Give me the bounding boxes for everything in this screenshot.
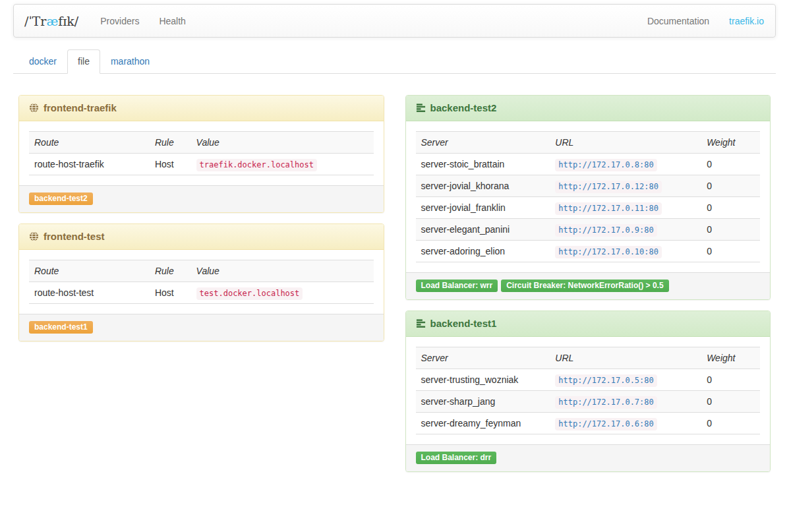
frontend-panel-header: frontend-traefik: [19, 96, 384, 121]
backends-column: backend-test2 Server URL Weight server: [405, 95, 771, 483]
panel-title: backend-test2: [430, 102, 497, 113]
server-row: server-sharp_jang http://172.17.0.7:80 0: [416, 391, 761, 413]
brand-text-post: fɪk/: [58, 14, 78, 28]
server-url-link[interactable]: http://172.17.0.10:80: [558, 247, 658, 256]
nav-item-traefik-io[interactable]: traefik.io: [719, 5, 774, 37]
server-url-link[interactable]: http://172.17.0.12:80: [558, 182, 658, 191]
column-header-url: URL: [550, 132, 701, 154]
rule-value-code: traefik.docker.localhost: [196, 159, 317, 171]
route-name-cell: route-host-test: [29, 282, 150, 304]
route-row: route-host-traefik Host traefik.docker.l…: [29, 154, 374, 175]
server-name-cell: server-jovial_khorana: [416, 175, 550, 197]
weight-cell: 0: [701, 391, 760, 413]
frontend-panel-body: Route Rule Value route-host-traefik Host…: [19, 121, 384, 185]
server-url-link[interactable]: http://172.17.0.6:80: [558, 419, 654, 429]
route-name-cell: route-host-traefik: [29, 154, 150, 175]
column-header-server: Server: [416, 347, 550, 369]
routes-table-header-row: Route Rule Value: [29, 260, 374, 282]
backend-panel-body: Server URL Weight server-trusting_woznia…: [406, 337, 771, 444]
server-name-cell: server-trusting_wozniak: [416, 369, 550, 391]
server-name-cell: server-sharp_jang: [416, 391, 550, 413]
frontend-panel-test: frontend-test Route Rule Value route-h: [18, 223, 384, 341]
servers-table-header-row: Server URL Weight: [416, 347, 761, 369]
server-row: server-trusting_wozniak http://172.17.0.…: [416, 369, 761, 391]
server-url-code: http://172.17.0.6:80: [555, 418, 657, 430]
column-header-rule: Rule: [150, 260, 191, 282]
rule-value-code: test.docker.localhost: [196, 287, 303, 300]
server-row: server-stoic_brattain http://172.17.0.8:…: [416, 154, 761, 175]
server-url-link[interactable]: http://172.17.0.5:80: [558, 376, 654, 385]
value-cell: traefik.docker.localhost: [191, 154, 374, 175]
server-row: server-dreamy_feynman http://172.17.0.6:…: [416, 413, 761, 434]
tab-marathon[interactable]: marathon: [100, 49, 160, 74]
backend-panel-body: Server URL Weight server-stoic_brattain …: [406, 121, 771, 272]
frontend-panel-header: frontend-test: [19, 224, 384, 250]
brand-text-ae: æ: [46, 14, 58, 28]
nav-item-providers[interactable]: Providers: [90, 5, 149, 37]
nav-item-documentation[interactable]: Documentation: [637, 5, 719, 37]
column-header-route: Route: [29, 132, 150, 154]
navbar-right-links: Documentation traefik.io: [637, 5, 775, 37]
weight-cell: 0: [701, 241, 760, 262]
servers-table: Server URL Weight server-stoic_brattain …: [416, 131, 761, 262]
navbar-left-links: Providers Health: [90, 5, 196, 37]
globe-icon: [29, 231, 39, 241]
navbar: /ˈTræfɪk/ Providers Health Documentation…: [13, 4, 776, 38]
main-content: frontend-traefik Route Rule Value rout: [18, 95, 771, 483]
frontends-column: frontend-traefik Route Rule Value rout: [18, 95, 384, 352]
column-header-server: Server: [416, 132, 550, 154]
server-url-link[interactable]: http://172.17.0.8:80: [558, 160, 654, 169]
panel-title: frontend-test: [44, 231, 105, 242]
column-header-route: Route: [29, 260, 150, 282]
server-url-cell: http://172.17.0.5:80: [550, 369, 701, 391]
backend-panel-test2: backend-test2 Server URL Weight server: [405, 95, 771, 300]
frontend-panel-traefik: frontend-traefik Route Rule Value rout: [18, 95, 384, 213]
frontend-panel-footer: backend-test2: [19, 185, 384, 212]
routes-table: Route Rule Value route-host-test Host te…: [29, 260, 374, 304]
server-name-cell: server-dreamy_feynman: [416, 413, 550, 434]
server-url-cell: http://172.17.0.7:80: [550, 391, 701, 413]
server-url-code: http://172.17.0.12:80: [555, 181, 662, 193]
backend-panel-header: backend-test1: [406, 311, 771, 337]
rule-cell: Host: [150, 282, 191, 304]
server-url-code: http://172.17.0.10:80: [555, 246, 662, 258]
server-row: server-elegant_panini http://172.17.0.9:…: [416, 219, 761, 241]
server-url-link[interactable]: http://172.17.0.7:80: [558, 398, 654, 407]
weight-cell: 0: [701, 197, 760, 219]
weight-cell: 0: [701, 413, 760, 434]
tab-file[interactable]: file: [67, 49, 100, 74]
provider-tabs: docker file marathon: [13, 49, 776, 74]
frontend-panel-body: Route Rule Value route-host-test Host te…: [19, 250, 384, 314]
load-balancer-badge: Load Balancer: wrr: [416, 280, 498, 292]
server-url-cell: http://172.17.0.9:80: [550, 219, 701, 241]
server-url-cell: http://172.17.0.6:80: [550, 413, 701, 434]
server-name-cell: server-adoring_elion: [416, 241, 550, 262]
server-url-cell: http://172.17.0.12:80: [550, 175, 701, 197]
weight-cell: 0: [701, 219, 760, 241]
circuit-breaker-badge: Circuit Breaker: NetworkErrorRatio() > 0…: [501, 280, 668, 292]
value-cell: test.docker.localhost: [191, 282, 374, 304]
servers-table-header-row: Server URL Weight: [416, 132, 761, 154]
servers-table: Server URL Weight server-trusting_woznia…: [416, 347, 761, 434]
tab-docker[interactable]: docker: [18, 49, 67, 74]
server-row: server-adoring_elion http://172.17.0.10:…: [416, 241, 761, 262]
server-url-cell: http://172.17.0.10:80: [550, 241, 701, 262]
server-url-link[interactable]: http://172.17.0.9:80: [558, 225, 654, 235]
rule-cell: Host: [150, 154, 191, 175]
server-url-code: http://172.17.0.11:80: [555, 202, 662, 215]
server-url-code: http://172.17.0.8:80: [555, 159, 657, 171]
route-row: route-host-test Host test.docker.localho…: [29, 282, 374, 304]
column-header-rule: Rule: [150, 132, 191, 154]
weight-cell: 0: [701, 154, 760, 175]
routes-table-header-row: Route Rule Value: [29, 132, 374, 154]
server-url-code: http://172.17.0.9:80: [555, 224, 657, 237]
column-header-url: URL: [550, 347, 701, 369]
nav-item-health[interactable]: Health: [149, 5, 195, 37]
server-name-cell: server-jovial_franklin: [416, 197, 550, 219]
server-row: server-jovial_franklin http://172.17.0.1…: [416, 197, 761, 219]
panel-title: backend-test1: [430, 318, 497, 329]
column-header-value: Value: [191, 260, 374, 282]
backend-panel-test1: backend-test1 Server URL Weight server: [405, 310, 771, 472]
server-url-link[interactable]: http://172.17.0.11:80: [558, 204, 658, 213]
traefik-logo[interactable]: /ˈTræfɪk/: [14, 5, 90, 37]
